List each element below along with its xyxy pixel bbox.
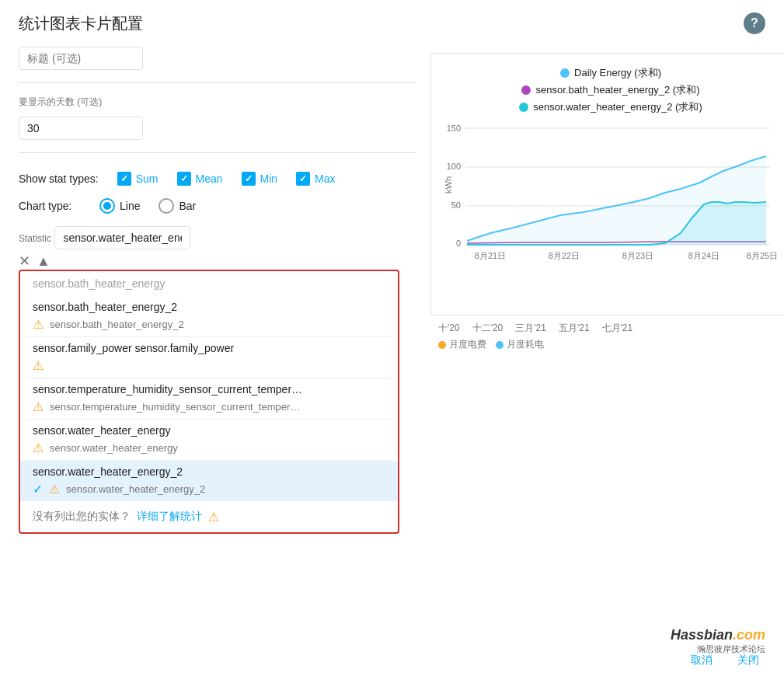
svg-text:150: 150 [447, 124, 461, 133]
action-bar: 取消 关闭 Hassbian.com 瀚思彼岸技术论坛 [0, 644, 784, 683]
chart-legend: Daily Energy (求和) sensor.bath_heater_ene… [444, 66, 778, 114]
dropdown-item-selected[interactable]: sensor.water_heater_energy_2 ✓ ⚠ sensor.… [20, 461, 398, 501]
legend-item-2: sensor.bath_heater_energy_2 (求和) [521, 83, 699, 97]
legend-dot-2 [521, 85, 531, 95]
divider-2 [19, 152, 415, 153]
svg-text:0: 0 [456, 239, 461, 248]
watermark-text: Hassbian [671, 627, 733, 643]
bottom-legend-1: 月度电费 [438, 338, 486, 351]
radio-bar[interactable]: Bar [159, 198, 196, 214]
dropdown-item-4[interactable]: sensor.water_heater_energy ⚠ sensor.wate… [20, 420, 398, 460]
dropdown-item-1[interactable]: sensor.bath_heater_energy_2 ⚠ sensor.bat… [20, 296, 398, 336]
checkbox-min[interactable]: Min [242, 172, 278, 186]
legend-item-3: sensor.water_heater_energy_2 (求和) [519, 100, 702, 114]
checkbox-mean-box [177, 172, 191, 186]
bottom-chart-area: 十'20 十二'20 三月'21 五月'21 七月'21 月度电费 月度耗电 [430, 322, 784, 351]
watermark-area: Hassbian.com 瀚思彼岸技术论坛 [671, 627, 765, 655]
bottom-legend-row: 月度电费 月度耗电 [438, 338, 784, 351]
date-label-4: 五月'21 [559, 322, 590, 335]
content-area: 要显示的天数 (可选) Show stat types: Sum Mean Mi… [0, 47, 784, 644]
statistic-input[interactable] [54, 226, 190, 249]
checkbox-sum-box [117, 172, 131, 186]
bottom-dot-1 [438, 341, 446, 349]
item-4-main: sensor.water_heater_energy [20, 420, 398, 438]
selected-sub-text: sensor.water_heater_energy_2 [66, 483, 205, 495]
selected-sub: ✓ ⚠ sensor.water_heater_energy_2 [20, 479, 398, 501]
item-4-sub: ⚠ sensor.water_heater_energy [20, 438, 398, 460]
page-title: 统计图表卡片配置 [19, 13, 143, 34]
item-3-main: sensor.temperature_humidity_sensor_curre… [20, 378, 398, 397]
item-3-sub: ⚠ sensor.temperature_humidity_sensor_cur… [20, 397, 398, 419]
checkbox-sum[interactable]: Sum [117, 172, 159, 186]
date-label-2: 十二'20 [472, 322, 504, 335]
days-label: 要显示的天数 (可选) [19, 96, 415, 109]
item-1-sub-text: sensor.bath_heater_energy_2 [50, 319, 184, 330]
date-label-3: 三月'21 [515, 322, 546, 335]
item-4-main-text: sensor.water_heater_energy [33, 424, 170, 437]
collapse-icon[interactable]: ▲ [37, 253, 51, 270]
bottom-warning-icon: ⚠ [208, 510, 219, 524]
input-controls: ✕ ▲ [19, 253, 415, 270]
svg-text:8月21日: 8月21日 [475, 251, 506, 260]
item-2-main: sensor.family_power sensor.family_power [20, 337, 398, 356]
selected-main-text: sensor.water_heater_energy_2 [33, 465, 183, 478]
selected-warning-icon: ⚠ [49, 482, 60, 497]
radio-line-outer [99, 198, 115, 214]
watermark-com: .com [733, 627, 765, 643]
item-4-warning-icon: ⚠ [33, 441, 44, 455]
prev-item[interactable]: sensor.bath_heater_energy [20, 271, 398, 296]
radio-bar-outer [159, 198, 174, 214]
checkbox-min-box [242, 172, 256, 186]
right-panel: Daily Energy (求和) sensor.bath_heater_ene… [430, 47, 784, 632]
radio-line[interactable]: Line [99, 198, 140, 214]
svg-text:8月24日: 8月24日 [688, 251, 720, 260]
title-input[interactable] [19, 47, 143, 70]
days-input[interactable] [19, 117, 143, 140]
help-icon[interactable]: ? [744, 12, 765, 34]
dropdown-item-2[interactable]: sensor.family_power sensor.family_power … [20, 337, 398, 378]
days-section: 要显示的天数 (可选) [19, 96, 415, 159]
radio-line-inner [103, 202, 111, 210]
chart-svg: 150 100 50 0 kWh 8月21日 8月22日 [444, 120, 778, 299]
svg-text:kWh: kWh [444, 176, 453, 193]
item-1-main-text: sensor.bath_heater_energy_2 [33, 301, 177, 313]
checkbox-max-label: Max [315, 172, 335, 185]
radio-line-label: Line [120, 200, 140, 212]
checkbox-min-label: Min [260, 172, 278, 185]
item-4-sub-text: sensor.water_heater_energy [50, 442, 178, 454]
svg-text:8月23日: 8月23日 [622, 251, 653, 260]
dropdown-scroll[interactable]: sensor.bath_heater_energy sensor.bath_he… [20, 271, 398, 532]
svg-text:50: 50 [451, 200, 461, 210]
checkbox-max[interactable]: Max [296, 172, 335, 186]
title-section [19, 47, 415, 89]
date-label-5: 七月'21 [602, 322, 633, 335]
checkbox-mean-label: Mean [196, 172, 223, 185]
statistic-label: Statistic [19, 233, 51, 244]
chart-type-label: Chart type: [19, 200, 81, 212]
item-1-sub: ⚠ sensor.bath_heater_energy_2 [20, 315, 398, 336]
legend-label-2: sensor.bath_heater_energy_2 (求和) [535, 83, 699, 97]
svg-text:100: 100 [447, 162, 461, 171]
legend-label-3: sensor.water_heater_energy_2 (求和) [533, 100, 702, 114]
item-2-main-text: sensor.family_power sensor.family_power [33, 342, 234, 354]
selected-check-icon: ✓ [33, 482, 43, 497]
dropdown-container: sensor.bath_heater_energy sensor.bath_he… [19, 270, 399, 534]
checkbox-max-box [296, 172, 310, 186]
main-panel: 统计图表卡片配置 ? 要显示的天数 (可选) Show stat types: [0, 0, 784, 683]
clear-icon[interactable]: ✕ [19, 253, 30, 270]
learn-more-link[interactable]: 详细了解统计 [137, 510, 202, 524]
no-entity-row: 没有列出您的实体？ 详细了解统计 ⚠ [20, 501, 398, 532]
svg-marker-15 [467, 156, 766, 245]
forum-text: 瀚思彼岸技术论坛 [671, 643, 765, 655]
bottom-legend-2: 月度耗电 [496, 338, 544, 351]
item-1-main: sensor.bath_heater_energy_2 [20, 296, 398, 315]
divider-1 [19, 82, 415, 83]
item-3-main-text: sensor.temperature_humidity_sensor_curre… [33, 383, 302, 396]
legend-dot-3 [519, 103, 528, 112]
watermark: Hassbian.com [671, 627, 765, 643]
bottom-legend-label-1: 月度电费 [449, 338, 486, 351]
checkbox-mean[interactable]: Mean [177, 172, 223, 186]
item-2-sub: ⚠ [20, 356, 398, 378]
svg-text:8月22日: 8月22日 [549, 251, 580, 260]
dropdown-item-3[interactable]: sensor.temperature_humidity_sensor_curre… [20, 378, 398, 419]
